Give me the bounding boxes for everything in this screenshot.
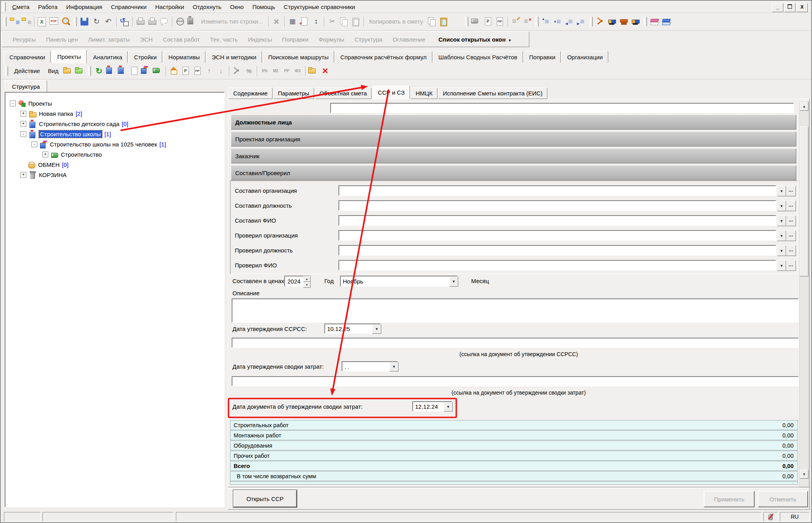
spin-up-icon[interactable]: ▲ <box>303 276 311 282</box>
svod-link-input[interactable] <box>232 376 799 386</box>
month-combo[interactable]: Ноябрь <box>340 276 458 287</box>
project-tree[interactable]: - Проекты + Новая папка [2] + Строительс… <box>5 92 225 507</box>
scrollbar-thumb[interactable] <box>800 126 808 276</box>
tree-item-label-selected[interactable]: Строительство школы <box>39 130 102 138</box>
panel-formuly[interactable]: Формулы <box>313 35 349 44</box>
tab-normativy[interactable]: Нормативы <box>163 51 205 63</box>
proveril-dolzhnost-combo[interactable] <box>338 245 776 256</box>
section-zakazchik[interactable]: Заказчик <box>231 148 796 163</box>
ellipsis-button[interactable] <box>786 260 796 271</box>
tab-proekty[interactable]: Проекты <box>51 50 87 63</box>
tree-item-kindergarten[interactable]: + Строительство детского сада [0] <box>20 119 128 129</box>
books-pink-icon[interactable] <box>649 16 660 27</box>
menu-deystvie[interactable]: Действие <box>10 66 44 76</box>
page-pr-icon[interactable] <box>494 16 505 27</box>
panel-esn[interactable]: ЭСН <box>135 35 157 44</box>
cancel-button[interactable]: Отменить <box>758 491 808 507</box>
menu-pomosch[interactable]: Помощь <box>248 2 280 11</box>
print-settings-icon[interactable] <box>135 16 146 27</box>
copy-to-estimate-button[interactable]: Копировать в смету <box>366 18 426 25</box>
sort-updown-icon[interactable] <box>311 16 322 27</box>
toolbar-grip[interactable] <box>5 66 8 76</box>
percent-gear-icon[interactable]: 0% <box>259 66 270 77</box>
ellipsis-button[interactable] <box>786 201 796 211</box>
toolbar-grip[interactable] <box>4 17 7 26</box>
apply-button[interactable]: Применить <box>704 491 755 507</box>
panel-popravki[interactable]: Поправки <box>277 35 314 44</box>
tree-item-label[interactable]: Строительство <box>61 151 102 158</box>
m29-icon[interactable]: М2 <box>270 66 281 77</box>
open-windows-button[interactable]: Список открытых окон▼ <box>431 35 515 44</box>
expander-icon[interactable]: + <box>42 152 48 157</box>
tab-ispolnenie-smety[interactable]: Исполнение Сметы контракта (ЕИС) <box>438 88 547 99</box>
proveril-organizaciya-combo[interactable] <box>338 230 776 241</box>
menu-nastroyki[interactable]: Настройки <box>151 2 188 11</box>
row-edit-icon[interactable] <box>510 16 521 27</box>
menu-otdohnut[interactable]: Отдохнуть <box>188 2 226 11</box>
ssrss-link-input[interactable] <box>232 338 799 348</box>
expander-icon[interactable]: + <box>20 111 26 117</box>
indent-first-icon[interactable] <box>541 16 552 27</box>
resources-grey-icon[interactable] <box>232 66 243 77</box>
unlock-icon[interactable] <box>119 16 130 27</box>
tab-popravki[interactable]: Поправки <box>524 51 561 63</box>
calculator-icon[interactable] <box>287 16 298 27</box>
description-textarea[interactable] <box>232 298 799 323</box>
panel-resursy[interactable]: Ресурсы <box>7 35 41 44</box>
materials-icon[interactable] <box>619 16 630 27</box>
comment-settings-icon[interactable] <box>159 16 170 27</box>
close-button[interactable]: X <box>796 3 808 12</box>
dropdown-button[interactable] <box>777 216 786 226</box>
tab-ssr-sz[interactable]: ССР и СЗ <box>372 86 410 99</box>
row-delete-icon[interactable] <box>522 16 533 27</box>
tab-struktura[interactable]: Структура <box>5 80 47 93</box>
move-up-icon[interactable] <box>204 66 215 77</box>
menu-informacia[interactable]: Информация <box>62 2 107 11</box>
ellipsis-button[interactable] <box>786 186 796 196</box>
tab-nmck[interactable]: НМЦК <box>411 88 437 99</box>
tab-organizacii[interactable]: Организации <box>561 51 608 63</box>
folder-up-icon[interactable] <box>63 66 74 77</box>
tree-item-label[interactable]: Строительство детского сада <box>39 121 119 127</box>
menu-vid[interactable]: Вид <box>44 66 62 76</box>
menu-smeta[interactable]: Смета <box>8 2 34 11</box>
object-settings-icon[interactable] <box>141 66 152 77</box>
excel-export-icon[interactable] <box>37 16 48 27</box>
folder-new-icon[interactable] <box>308 66 319 77</box>
tree-item-school-1025[interactable]: - Строительство школы на 1025 человек [1… <box>31 139 166 149</box>
refresh-icon[interactable] <box>91 16 102 27</box>
move-down-icon[interactable] <box>216 66 227 77</box>
menu-okno[interactable]: Окно <box>226 2 248 11</box>
page-p-icon[interactable] <box>483 16 494 27</box>
undo-icon[interactable] <box>103 16 114 27</box>
delete-x-icon[interactable] <box>271 16 282 27</box>
tab-spravochniki[interactable]: Справочники <box>4 51 51 63</box>
print-document-icon[interactable] <box>147 16 158 27</box>
tab-analitika[interactable]: Аналитика <box>88 51 128 63</box>
section-proektnaya-organizaciya[interactable]: Проектная организация <box>231 132 796 146</box>
minimize-button[interactable]: _ <box>772 3 783 12</box>
tab-esn-metodiki[interactable]: ЭСН и методики <box>206 51 262 63</box>
ellipsis-button[interactable] <box>786 216 796 226</box>
tree-item-new-folder[interactable]: + Новая папка [2] <box>20 108 82 119</box>
folder-collapse-icon[interactable] <box>75 66 86 77</box>
paste-icon[interactable] <box>350 16 361 27</box>
table-row[interactable]: В том числе возвратных сумм 0,00 <box>230 471 798 481</box>
toolbar-grip[interactable] <box>3 2 6 11</box>
page-p-icon[interactable] <box>180 66 191 77</box>
search-icon[interactable] <box>60 16 71 27</box>
save-icon[interactable] <box>79 16 90 27</box>
dropdown-button[interactable] <box>449 276 458 287</box>
table-row[interactable]: Прочих работ 0,00 <box>230 451 798 461</box>
indent-up-icon[interactable] <box>553 16 564 27</box>
pp-icon[interactable]: РР <box>281 66 292 77</box>
table-row-total[interactable]: Всего 0,00 <box>230 461 798 471</box>
resources-icon[interactable] <box>595 16 606 27</box>
spin-down-icon[interactable]: ▼ <box>303 282 311 288</box>
paste-clipboard-icon[interactable] <box>438 16 449 27</box>
sostavil-organizaciya-combo[interactable] <box>338 185 776 196</box>
section-sostavil-proveril[interactable]: Составил/Проверил <box>231 165 796 180</box>
tree-item-stroitelstvo[interactable]: + Строительство <box>42 149 102 159</box>
page-pr-icon[interactable] <box>192 66 203 77</box>
books-blue-icon[interactable] <box>661 16 672 27</box>
